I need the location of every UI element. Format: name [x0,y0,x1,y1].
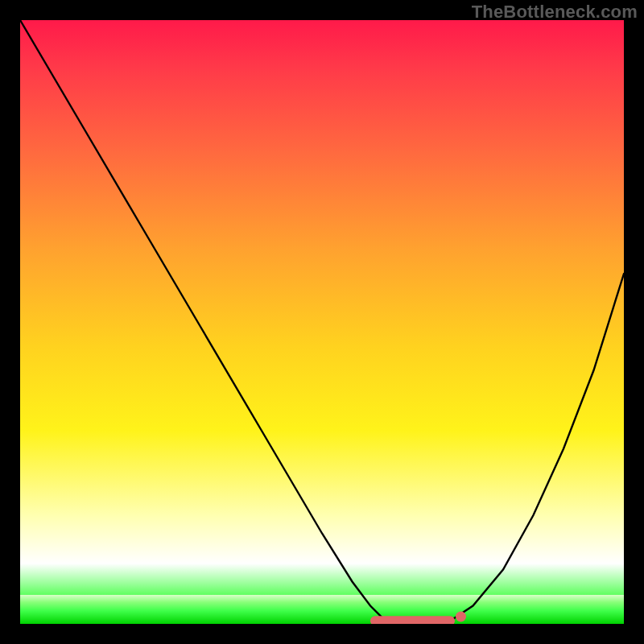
curve-overlay [20,20,624,624]
bottleneck-curve [20,20,624,624]
chart-stage: TheBottleneck.com [0,0,644,644]
optimal-range-marker [370,616,455,624]
optimal-dot-marker [456,612,466,622]
plot-area [20,20,624,624]
